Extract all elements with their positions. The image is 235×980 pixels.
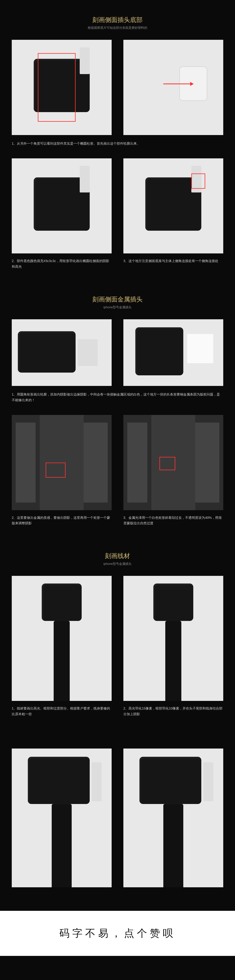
section3-caption-1: 1、线材要画出高光、暗部和过度部分。根据客户要求，线身要修的比原本粗一些 — [12, 706, 112, 717]
section2-title: 刻画侧面金属插头 — [12, 295, 223, 304]
plug-head-right — [153, 584, 193, 621]
final-tip-left — [92, 762, 102, 801]
final-compare-before — [12, 749, 112, 887]
plug-head-left — [42, 584, 82, 621]
plug-body-dark-5 — [135, 327, 183, 375]
section1-caption-2: 2、部件底色颜色填充#3c3c3c，用矩形羽化画出椭圆柱侧面的阴影和高光 — [12, 258, 112, 270]
section3-caption-2: 2、高光羽化15像素，暗部羽化10像素，并在头子尾部和线身结合部分加上阴影 — [123, 706, 223, 717]
final-compare-after — [123, 749, 223, 887]
section2-photoshop-left — [12, 415, 112, 510]
section2-caption-3: 3、金属光泽用一个白色矩形斜着划过去，不透明度设为40%，用渐变蒙版拉出自然过渡 — [123, 515, 223, 527]
section1-caption-3: 3、这个地方注意侧面底座与主体上侧角连接处有一个侧角连接处 — [123, 258, 223, 264]
footer-cta: 码字不易，点个赞呗 — [0, 911, 235, 956]
section1-image-corner — [123, 158, 223, 254]
red-highlight-box-3 — [46, 463, 66, 478]
section2-image-metal-light — [123, 319, 223, 386]
section2-sub: iphone型号金属插头 — [12, 305, 223, 310]
ps-toolbar-2 — [127, 423, 147, 503]
section1-image-fill — [12, 158, 112, 254]
cable-left — [54, 621, 70, 701]
section1-title: 刻画侧面插头底部 — [12, 16, 223, 24]
red-highlight-box-4 — [159, 457, 175, 470]
section3-title: 刻画线材 — [12, 552, 223, 560]
ps-layers-panel — [84, 423, 108, 503]
section3-sub: iphone型号金属插头 — [12, 562, 223, 566]
section3-image-cable-left — [12, 576, 112, 701]
section2-image-metal-dark — [12, 319, 112, 386]
section2-caption-2: 2、这里要做出金属的质感，要做出阴影，这里再用一个矩形一个蒙版来调整阴影 — [12, 515, 112, 527]
section2-photoshop-right — [123, 415, 223, 510]
metal-tip — [80, 48, 90, 74]
metal-tip-2 — [80, 166, 90, 192]
red-highlight-box — [38, 53, 76, 122]
plug-body-dark-4 — [18, 331, 76, 372]
photoshop-ui-2 — [123, 415, 223, 510]
final-plug-left — [28, 757, 90, 804]
section1-sub: 根据观察底片可知这部分表面是磨砂塑料的 — [12, 26, 223, 30]
ps-toolbar — [16, 423, 36, 503]
final-cable-right — [164, 804, 183, 887]
final-tip-right — [203, 762, 213, 801]
final-plug-right — [140, 757, 201, 804]
red-highlight-box-2 — [191, 173, 205, 189]
metal-tip-white — [187, 334, 213, 363]
photoshop-ui — [12, 415, 112, 510]
section3-image-cable-right — [123, 576, 223, 701]
section1-image-right-angle — [123, 40, 223, 135]
section1-caption-1: 1、从另外一个角度可以看到这部件其实是一个椭圆柱形。首先画出这个部件轮廓出来。 — [12, 141, 223, 146]
red-arrow — [164, 83, 193, 84]
cable-right — [165, 621, 181, 701]
section2-caption-1: 1、用圆角矩形画出轮廓，添加内阴影做出边缘阴影，中间会有一块接触金属区域的白色，… — [12, 392, 223, 403]
section1-image-left-angle — [12, 40, 112, 135]
metal-tip-wide — [78, 339, 98, 366]
ps-layers-panel-2 — [195, 423, 219, 503]
final-cable-left — [52, 804, 71, 887]
